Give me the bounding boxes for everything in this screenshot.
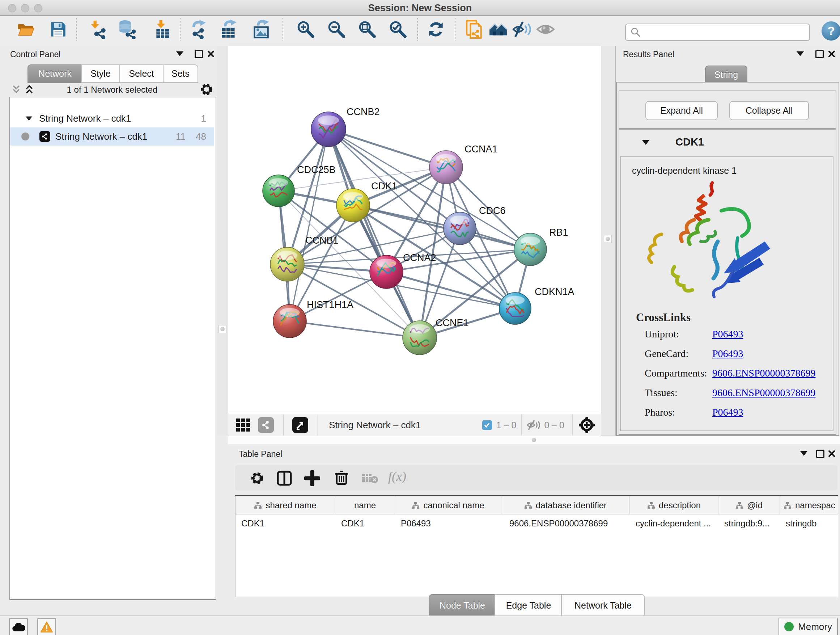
crosslink-genecard-link[interactable]: P06493 (712, 348, 744, 359)
right-splitter (600, 46, 615, 435)
cell-shared-name[interactable]: CDK1 (235, 515, 335, 532)
control-panel-close-icon[interactable] (207, 50, 215, 58)
open-session-button[interactable] (15, 19, 36, 40)
export-image-button[interactable] (251, 19, 272, 40)
delete-column-trash-icon[interactable] (333, 470, 349, 486)
zoom-out-button[interactable] (326, 19, 347, 40)
control-panel-title: Control Panel (10, 50, 60, 59)
results-panel-close-icon[interactable] (828, 50, 836, 58)
save-session-button[interactable] (48, 19, 69, 40)
clone-network-button[interactable] (464, 19, 485, 40)
column-header-name[interactable]: name (335, 496, 395, 514)
horizontal-splitter-handle[interactable] (531, 436, 538, 443)
cell-canonical-name[interactable]: P06493 (395, 515, 501, 532)
tab-sets[interactable]: Sets (163, 65, 198, 83)
cloud-status-button[interactable] (9, 618, 28, 635)
cell-description[interactable]: cyclin-dependent ... (630, 515, 718, 532)
crosslink-tissues-link[interactable]: 9606.ENSP00000378699 (712, 387, 815, 399)
network-edge-CCNB2-HIST1H1A[interactable] (290, 129, 328, 321)
cell-id[interactable]: stringdb:9... (718, 515, 780, 532)
table-row[interactable]: CDK1 CDK1 P06493 9606.ENSP00000378699 cy… (235, 515, 838, 532)
cell-namespace[interactable]: stringdb (780, 515, 837, 532)
search-field[interactable] (625, 24, 810, 41)
tree-expander-icon[interactable] (26, 116, 32, 120)
zoom-fit-button[interactable] (357, 19, 378, 40)
left-splitter-handle[interactable] (218, 325, 226, 333)
zoom-in-button[interactable] (295, 19, 316, 40)
protein-description: cyclin-dependent kinase 1 (632, 165, 737, 176)
add-column-icon[interactable] (304, 470, 320, 486)
node-gloss-highlight (277, 251, 297, 260)
open-in-window-icon[interactable] (292, 417, 308, 433)
fit-content-crosshair-icon[interactable] (578, 417, 595, 433)
export-image-icon (251, 19, 271, 39)
show-all-button[interactable] (535, 19, 556, 40)
first-neighbors-button[interactable] (488, 19, 508, 40)
export-table-button[interactable] (218, 19, 240, 40)
table-panel-float-icon[interactable] (816, 450, 824, 458)
column-header-description[interactable]: description (630, 496, 718, 514)
expand-all-chevron-icon[interactable] (24, 84, 35, 95)
control-panel-menu-icon[interactable] (176, 51, 183, 56)
refresh-icon (426, 19, 446, 39)
table-panel-menu-icon[interactable] (800, 451, 807, 456)
column-header-id[interactable]: @id (718, 496, 780, 514)
selected-checkbox[interactable] (482, 420, 492, 430)
tab-style[interactable]: Style (81, 65, 120, 83)
cell-database-identifier[interactable]: 9606.ENSP00000378699 (501, 515, 630, 532)
network-collection-row[interactable]: String Network – cdk1 1 (10, 109, 214, 127)
table-toolbar: f(x) (235, 465, 837, 491)
node-gloss-highlight (436, 154, 456, 163)
import-database-button[interactable] (117, 19, 138, 40)
table-settings-gear-icon[interactable] (250, 471, 264, 486)
import-table-button[interactable] (152, 19, 173, 40)
column-header-shared-name[interactable]: shared name (235, 496, 335, 514)
network-edge-CCNB2-CCNA1[interactable] (328, 129, 446, 167)
network-view-canvas[interactable]: CCNB2CCNA1CDC25BCDK1CDC6RB1CCNB1CCNA2CDK… (228, 46, 601, 414)
table-panel-close-icon[interactable] (828, 450, 836, 458)
cell-name[interactable]: CDK1 (335, 515, 395, 532)
expand-all-button[interactable]: Expand All (645, 101, 718, 120)
memory-status-dot (784, 622, 794, 631)
tab-string[interactable]: String (705, 65, 747, 84)
refresh-button[interactable] (425, 19, 447, 40)
gear-icon[interactable] (200, 82, 213, 96)
crosslink-pharos-link[interactable]: P06493 (712, 407, 744, 418)
zoom-selected-icon (388, 19, 408, 39)
warning-status-button[interactable] (37, 618, 56, 635)
results-panel-menu-icon[interactable] (797, 51, 804, 56)
control-panel: Control Panel Network Style Select Sets … (0, 46, 217, 616)
memory-button[interactable]: Memory (778, 618, 838, 635)
hide-selected-button[interactable] (512, 19, 532, 40)
results-panel-float-icon[interactable] (815, 50, 824, 58)
tab-edge-table[interactable]: Edge Table (494, 594, 562, 617)
save-floppy-icon (49, 19, 68, 39)
string-badge-gray-icon[interactable] (258, 417, 274, 433)
tab-network-table[interactable]: Network Table (561, 594, 645, 617)
crosslink-uniprot-link[interactable]: P06493 (712, 328, 744, 340)
tab-network[interactable]: Network (27, 65, 82, 83)
protein-collapse-icon[interactable] (642, 140, 649, 145)
right-splitter-handle[interactable] (604, 235, 612, 243)
export-network-button[interactable] (188, 19, 210, 40)
network-row-selected[interactable]: String Network – cdk1 11 48 (10, 127, 214, 146)
import-network-button[interactable] (87, 19, 108, 40)
control-panel-float-icon[interactable] (195, 50, 203, 58)
tab-select[interactable]: Select (119, 65, 164, 83)
column-header-database-identifier[interactable]: database identifier (501, 496, 630, 514)
protein-structure-image[interactable] (640, 176, 775, 303)
network-collection-label: String Network – cdk1 (39, 113, 201, 124)
help-button[interactable]: ? (821, 21, 840, 41)
collapse-all-button[interactable]: Collapse All (729, 101, 809, 120)
node-label-CDKN1A: CDKN1A (535, 287, 575, 297)
search-input[interactable] (644, 27, 809, 38)
zoom-selected-button[interactable] (387, 19, 409, 40)
tab-node-table[interactable]: Node Table (429, 594, 496, 617)
show-columns-icon[interactable] (276, 470, 292, 486)
collapse-all-chevron-icon[interactable] (11, 84, 22, 95)
birds-eye-view-icon[interactable] (235, 417, 251, 433)
column-header-namespace[interactable]: namespac (780, 496, 837, 514)
network-edge-HIST1H1A-CCNE1[interactable] (290, 321, 420, 338)
crosslink-compartments-link[interactable]: 9606.ENSP00000378699 (712, 367, 815, 379)
column-header-canonical-name[interactable]: canonical name (395, 496, 501, 514)
